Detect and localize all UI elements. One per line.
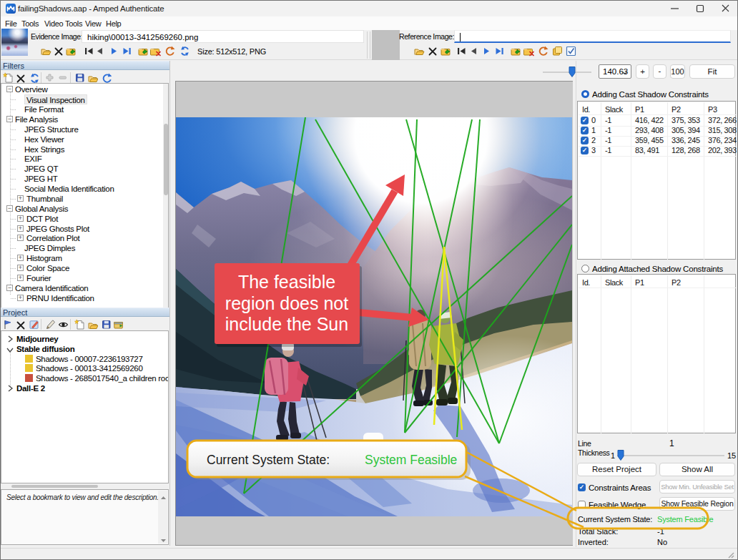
svg-text:Current System State:: Current System State: [207, 453, 330, 467]
svg-text:include the Sun: include the Sun [225, 314, 348, 334]
svg-text:region does not: region does not [225, 293, 348, 313]
svg-text:System Feasible: System Feasible [365, 453, 457, 467]
svg-text:The feasible: The feasible [238, 272, 335, 292]
